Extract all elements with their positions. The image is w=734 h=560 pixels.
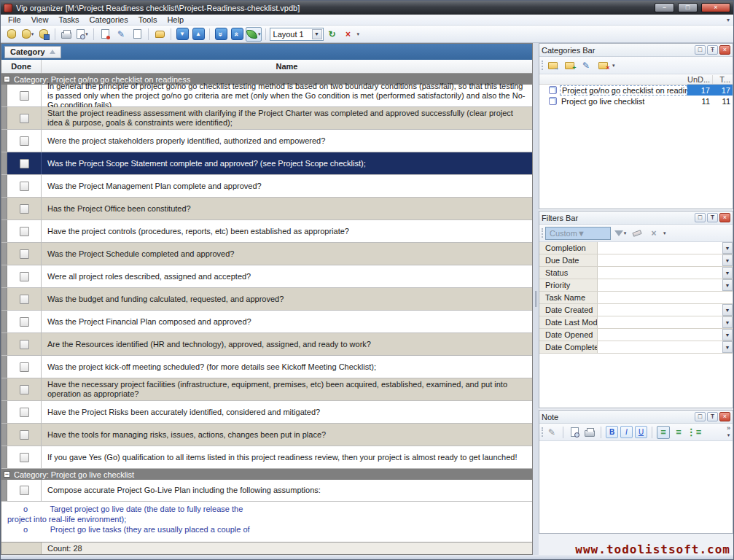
menu-categories[interactable]: Categories	[85, 15, 133, 25]
task-row[interactable]: Have the necessary project facilities (i…	[1, 378, 532, 401]
task-row[interactable]: Was the Project Financial Plan composed …	[1, 311, 532, 333]
group-row-golive[interactable]: − Category: Project go live checklist	[1, 469, 532, 480]
task-checkbox[interactable]	[20, 182, 29, 191]
filter-value-field[interactable]	[598, 292, 733, 303]
toolbar-overflow-icon[interactable]: ▾	[612, 63, 615, 69]
note-text-area[interactable]	[539, 441, 733, 533]
menu-help[interactable]: Help	[162, 15, 189, 25]
new-category-button[interactable]: +	[562, 58, 577, 73]
align-right-button[interactable]: ≡	[672, 426, 685, 439]
task-row-selected[interactable]: Was the Project Scope Statement complete…	[1, 152, 532, 175]
task-checkbox[interactable]	[20, 408, 29, 417]
task-checkbox[interactable]	[20, 317, 29, 327]
category-item[interactable]: Project go/no go checklist on readiness …	[539, 85, 733, 96]
task-row[interactable]: If you gave Yes (Go) qualification to al…	[1, 446, 532, 469]
pin-panel-icon[interactable]: Ŧ	[707, 45, 718, 55]
undock-panel-icon[interactable]: □	[695, 213, 706, 222]
move-to-category-button[interactable]: →	[545, 58, 560, 73]
undock-panel-icon[interactable]: □	[695, 45, 706, 55]
preview-pane-button[interactable]: ▾	[246, 27, 262, 42]
collapse-icon[interactable]: −	[4, 471, 10, 478]
note-print-button[interactable]	[583, 426, 596, 439]
chevron-down-icon[interactable]: ▼	[722, 341, 733, 353]
delete-layout-button[interactable]: ×	[341, 27, 356, 42]
new-task-button[interactable]	[98, 27, 112, 42]
filter-value-field[interactable]	[598, 329, 722, 341]
expand-all-button[interactable]: »	[214, 27, 228, 42]
chevron-down-icon[interactable]: ▼	[577, 229, 585, 238]
task-checkbox[interactable]	[20, 272, 29, 281]
task-row[interactable]: Have the project controls (procedures, r…	[1, 220, 532, 243]
apply-filter-button[interactable]: ▾	[613, 226, 628, 241]
close-panel-icon[interactable]: ×	[719, 45, 730, 55]
task-checkbox[interactable]	[20, 227, 29, 236]
task-row[interactable]: Are the Resources identified (HR and tec…	[1, 333, 532, 356]
undock-panel-icon[interactable]: □	[695, 412, 706, 421]
chevron-down-icon[interactable]: ▼	[722, 267, 733, 279]
print-preview-button[interactable]: ▾	[75, 27, 90, 42]
delete-category-button[interactable]: ×	[596, 58, 610, 73]
bold-button[interactable]: B	[606, 426, 618, 438]
menu-tasks[interactable]: Tasks	[53, 15, 84, 25]
underline-button[interactable]: U	[635, 426, 647, 438]
chevron-down-icon[interactable]: ▼	[722, 316, 733, 328]
save-database-button[interactable]	[36, 27, 51, 42]
task-row[interactable]: Was the Project Schedule completed and a…	[1, 243, 532, 265]
menu-view[interactable]: View	[26, 15, 54, 25]
filter-value-field[interactable]	[598, 304, 722, 316]
filter-value-field[interactable]	[598, 316, 722, 328]
filter-value-field[interactable]	[598, 279, 722, 291]
task-checkbox[interactable]	[20, 114, 29, 123]
collapse-icon[interactable]: −	[4, 76, 10, 82]
task-row[interactable]: Have the tools for managing risks, issue…	[1, 424, 532, 446]
edit-note-button[interactable]: ✎	[545, 426, 558, 439]
note-print-preview-button[interactable]	[568, 426, 581, 439]
vertical-splitter[interactable]	[533, 43, 539, 555]
task-checkbox[interactable]	[20, 249, 29, 259]
close-panel-icon[interactable]: ×	[719, 412, 730, 421]
edit-task-button[interactable]: ✎	[114, 27, 128, 42]
filter-preset-combo[interactable]: Custom ▼	[545, 227, 611, 240]
duplicate-task-button[interactable]	[130, 27, 144, 42]
column-header-total[interactable]: T...	[712, 75, 733, 84]
edit-category-button[interactable]: ✎	[579, 58, 593, 73]
align-left-button[interactable]: ≡	[657, 426, 670, 439]
move-up-button[interactable]: ▲	[191, 27, 206, 42]
bullet-list-button[interactable]: ⋮≡	[687, 426, 700, 439]
task-checkbox[interactable]	[20, 136, 29, 146]
remove-filter-button[interactable]: ×	[647, 226, 661, 241]
task-checkbox[interactable]	[20, 362, 29, 372]
print-button[interactable]	[59, 27, 74, 42]
task-row[interactable]: Has the Project Office been constituted?	[1, 198, 532, 220]
close-panel-icon[interactable]: ×	[719, 213, 730, 222]
move-down-button[interactable]: ▼	[175, 27, 190, 42]
task-checkbox[interactable]	[20, 91, 29, 101]
column-header-name[interactable]: Name	[42, 60, 532, 73]
task-checkbox[interactable]	[20, 204, 29, 214]
chevron-down-icon[interactable]: ▼	[722, 279, 733, 291]
task-row[interactable]: In general the principle of project go/n…	[1, 85, 532, 107]
chevron-down-icon[interactable]: ▼	[722, 242, 733, 254]
task-row[interactable]: Were the project stakeholders properly i…	[1, 130, 532, 152]
task-checkbox[interactable]	[20, 430, 29, 440]
chevron-down-icon[interactable]: ▼	[722, 304, 733, 316]
task-checkbox[interactable]	[20, 340, 29, 349]
task-row[interactable]: o Target project go live date (the date …	[1, 502, 532, 542]
task-row[interactable]: Were all project roles described, assign…	[1, 265, 532, 288]
chevron-down-icon[interactable]: ▼	[312, 29, 322, 39]
chevron-down-icon[interactable]: ▼	[722, 254, 733, 266]
chevron-down-icon[interactable]: ▼	[722, 329, 733, 341]
column-header-undone[interactable]: UnD...	[687, 75, 712, 84]
new-database-button[interactable]	[4, 27, 19, 42]
task-row[interactable]: Have the Project Risks been accurately i…	[1, 401, 532, 424]
column-header-done[interactable]: Done	[1, 60, 42, 73]
toolbar-overflow-icon[interactable]: ▾	[357, 31, 360, 37]
task-checkbox[interactable]	[20, 453, 29, 462]
filter-value-field[interactable]	[598, 267, 722, 279]
pin-panel-icon[interactable]: Ŧ	[707, 412, 718, 421]
italic-button[interactable]: I	[620, 426, 633, 438]
menubar-overflow-icon[interactable]: ▾	[727, 17, 730, 23]
task-checkbox[interactable]	[20, 159, 29, 168]
layout-combo[interactable]: Layout 1 ▼	[270, 28, 324, 41]
collapse-all-button[interactable]: «	[230, 27, 244, 42]
